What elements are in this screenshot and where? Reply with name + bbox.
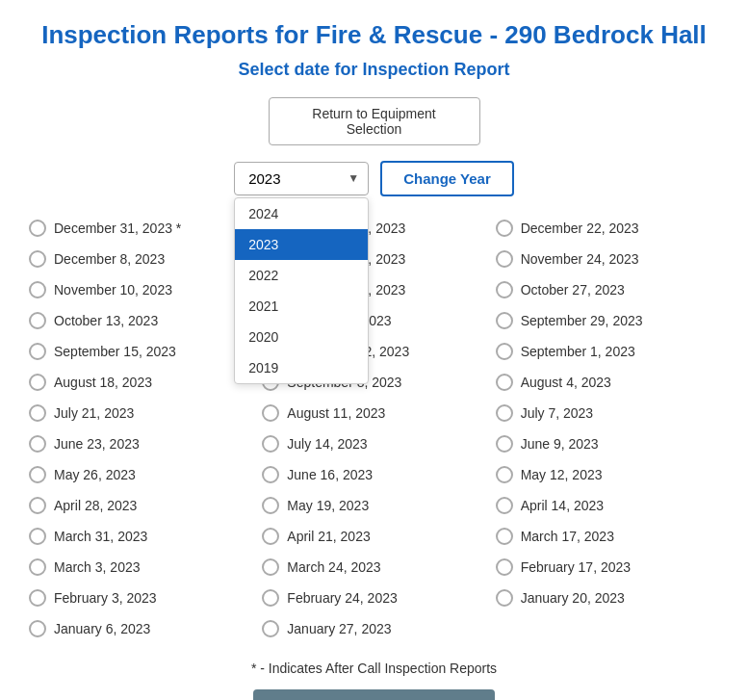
footer-note: * - Indicates After Call Inspection Repo… [19, 661, 729, 676]
date-label: June 9, 2023 [521, 436, 599, 452]
list-item: September 15, 2023 [29, 339, 252, 364]
date-radio[interactable] [29, 558, 46, 576]
date-radio[interactable] [29, 250, 46, 268]
date-radio[interactable] [496, 250, 513, 268]
year-select-wrapper: 2024 2023 2022 2021 2020 2019 ▼ 2024 202… [234, 162, 369, 195]
change-year-button[interactable]: Change Year [380, 161, 514, 196]
year-option-2023[interactable]: 2023 [235, 229, 368, 260]
date-radio[interactable] [262, 466, 279, 483]
date-radio[interactable] [262, 589, 279, 607]
list-item: May 26, 2023 [29, 462, 252, 487]
date-label: March 17, 2023 [521, 529, 614, 544]
list-item: June 23, 2023 [29, 431, 252, 456]
date-radio[interactable] [262, 404, 279, 422]
list-item: November 24, 2023 [496, 246, 719, 272]
date-radio[interactable] [496, 558, 513, 576]
date-radio[interactable] [496, 404, 513, 422]
date-label: October 27, 2023 [521, 282, 625, 298]
date-radio[interactable] [496, 466, 513, 483]
date-radio[interactable] [29, 220, 46, 237]
date-radio[interactable] [29, 312, 46, 329]
list-item: September 29, 2023 [496, 308, 719, 333]
list-item: August 4, 2023 [496, 370, 719, 395]
date-radio[interactable] [29, 343, 46, 360]
list-item: October 13, 2023 [29, 308, 252, 333]
date-radio[interactable] [496, 343, 513, 360]
list-item: May 19, 2023 [262, 493, 485, 518]
date-label: July 7, 2023 [521, 405, 594, 421]
date-radio[interactable] [496, 374, 513, 391]
list-item: January 27, 2023 [262, 616, 485, 641]
list-item: February 3, 2023 [29, 585, 252, 610]
list-item: December 22, 2023 [496, 216, 719, 241]
list-item: August 11, 2023 [262, 401, 485, 426]
date-label: November 10, 2023 [54, 282, 172, 298]
return-top-button[interactable]: Return to Equipment Selection [269, 97, 480, 145]
date-radio[interactable] [29, 589, 46, 607]
date-radio[interactable] [496, 497, 513, 514]
date-radio[interactable] [29, 528, 46, 545]
date-radio[interactable] [29, 281, 46, 298]
date-label: May 12, 2023 [521, 467, 603, 482]
year-option-2021[interactable]: 2021 [235, 291, 368, 322]
date-label: October 13, 2023 [54, 313, 158, 328]
page-subtitle: Select date for Inspection Report [19, 60, 729, 80]
year-select[interactable]: 2024 2023 2022 2021 2020 2019 [234, 162, 369, 195]
year-dropdown: 2024 2023 2022 2021 2020 2019 [234, 197, 369, 384]
list-item: March 3, 2023 [29, 555, 252, 580]
date-label: September 29, 2023 [521, 313, 643, 328]
year-option-2022[interactable]: 2022 [235, 260, 368, 291]
date-label: January 6, 2023 [54, 621, 150, 636]
list-item: June 16, 2023 [262, 462, 485, 487]
date-radio[interactable] [262, 620, 279, 637]
date-label: February 24, 2023 [287, 590, 397, 606]
date-radio[interactable] [29, 404, 46, 422]
date-label: November 24, 2023 [521, 251, 639, 267]
date-radio[interactable] [262, 497, 279, 514]
date-label: January 27, 2023 [287, 621, 391, 636]
date-label: July 14, 2023 [287, 436, 367, 452]
list-item: July 7, 2023 [496, 401, 719, 426]
list-item: July 14, 2023 [262, 431, 485, 456]
list-item: January 20, 2023 [496, 585, 719, 610]
return-bottom-button[interactable]: Return to Equipment Selection [253, 689, 495, 700]
date-label: May 19, 2023 [287, 498, 369, 513]
date-radio[interactable] [262, 528, 279, 545]
date-label: June 23, 2023 [54, 436, 140, 452]
list-item: March 31, 2023 [29, 524, 252, 549]
date-label: February 17, 2023 [521, 559, 631, 575]
list-item: August 18, 2023 [29, 370, 252, 395]
list-item: January 6, 2023 [29, 616, 252, 641]
page-title: Inspection Reports for Fire & Rescue - 2… [19, 19, 729, 52]
year-option-2020[interactable]: 2020 [235, 322, 368, 352]
date-label: August 11, 2023 [287, 405, 385, 421]
list-item: April 28, 2023 [29, 493, 252, 518]
date-label: April 28, 2023 [54, 498, 137, 513]
date-label: December 31, 2023 * [54, 220, 181, 236]
list-item: March 24, 2023 [262, 555, 485, 580]
date-label: September 15, 2023 [54, 344, 176, 359]
date-radio[interactable] [262, 558, 279, 576]
date-label: September 1, 2023 [521, 344, 635, 359]
date-radio[interactable] [29, 466, 46, 483]
year-option-2024[interactable]: 2024 [235, 198, 368, 229]
date-radio[interactable] [496, 589, 513, 607]
date-radio[interactable] [29, 620, 46, 637]
date-radio[interactable] [29, 435, 46, 453]
list-item: October 27, 2023 [496, 277, 719, 302]
date-label: December 8, 2023 [54, 251, 165, 267]
date-label: May 26, 2023 [54, 467, 136, 482]
date-radio[interactable] [262, 435, 279, 453]
date-radio[interactable] [496, 281, 513, 298]
date-radio[interactable] [496, 220, 513, 237]
date-label: April 21, 2023 [287, 529, 370, 544]
date-radio[interactable] [29, 497, 46, 514]
date-label: January 20, 2023 [521, 590, 625, 606]
date-radio[interactable] [496, 528, 513, 545]
list-item: April 21, 2023 [262, 524, 485, 549]
date-radio[interactable] [496, 312, 513, 329]
year-option-2019[interactable]: 2019 [235, 352, 368, 383]
date-radio[interactable] [29, 374, 46, 391]
date-label: August 4, 2023 [521, 375, 611, 390]
date-radio[interactable] [496, 435, 513, 453]
